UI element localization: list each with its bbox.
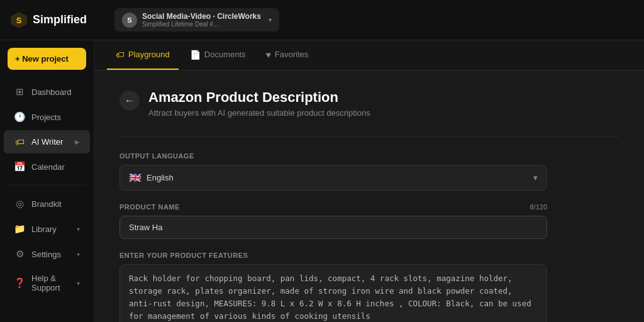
back-header: ← Amazon Product Description Attract buy… — [119, 89, 619, 118]
settings-icon: ⚙ — [14, 248, 25, 260]
sidebar-item-dashboard-label: Dashboard — [31, 87, 72, 97]
sidebar-item-settings-label: Settings — [31, 250, 61, 259]
language-value: English — [147, 173, 528, 182]
workspace-chevron-icon: ▾ — [269, 16, 272, 23]
back-icon: ← — [125, 95, 135, 106]
dashboard-icon: ⊞ — [14, 86, 25, 97]
tab-favorites[interactable]: ♥ Favorites — [257, 40, 318, 70]
sidebar-item-calendar-label: Calendar — [31, 162, 65, 172]
sidebar-item-projects-label: Projects — [31, 113, 61, 122]
svg-text:S: S — [16, 16, 22, 25]
sidebar-item-dashboard[interactable]: ⊞ Dashboard — [4, 80, 90, 104]
page-title-block: Amazon Product Description Attract buyer… — [148, 89, 370, 118]
documents-tab-icon: 📄 — [190, 50, 201, 60]
documents-tab-label: Documents — [204, 50, 246, 59]
favorites-tab-label: Favorites — [275, 50, 308, 59]
sidebar-item-brandkit[interactable]: ◎ Brandkit — [4, 192, 90, 216]
sidebar-item-ai-writer[interactable]: 🏷 AI Writer ▶ — [4, 130, 90, 153]
page-title: Amazon Product Description — [148, 89, 370, 106]
logo-text: Simplified — [33, 13, 87, 26]
product-name-char-count: 8/120 — [530, 203, 547, 211]
playground-tab-label: Playground — [128, 50, 170, 59]
top-bar: S Simplified S Social Media-Video · Circ… — [0, 0, 644, 40]
sidebar-nav: ⊞ Dashboard 🕐 Projects 🏷 AI Writer ▶ 📅 C… — [0, 80, 94, 314]
sidebar-item-help-label: Help & Support — [31, 274, 70, 292]
library-icon: 📁 — [14, 223, 25, 235]
output-language-label: OUTPUT LANGUAGE — [119, 152, 547, 160]
help-icon: ❓ — [14, 277, 25, 289]
ai-writer-chevron-icon: ▶ — [75, 138, 80, 145]
product-features-textarea[interactable]: Rack holder for chopping board, pan lids… — [119, 264, 547, 322]
page-content: ← Amazon Product Description Attract buy… — [94, 70, 644, 322]
back-button[interactable]: ← — [119, 91, 140, 111]
workspace-name: Social Media-Video · CircleWorks — [142, 12, 261, 21]
product-features-label: ENTER YOUR PRODUCT FEATURES — [119, 252, 547, 259]
product-name-input[interactable] — [119, 216, 547, 239]
tab-bar: 🏷 Playground 📄 Documents ♥ Favorites — [94, 40, 644, 70]
sidebar-item-help[interactable]: ❓ Help & Support ▾ — [4, 267, 90, 299]
main-layout: + New project ⊞ Dashboard 🕐 Projects 🏷 A… — [0, 40, 644, 322]
workspace-info: Social Media-Video · CircleWorks Simplif… — [142, 12, 261, 28]
sidebar-item-brandkit-label: Brandkit — [31, 199, 62, 209]
sidebar: + New project ⊞ Dashboard 🕐 Projects 🏷 A… — [0, 40, 94, 322]
sidebar-item-library-label: Library — [31, 225, 57, 234]
sidebar-divider — [8, 185, 86, 186]
playground-tab-icon: 🏷 — [116, 50, 125, 60]
workspace-sub: Simplified Lifetime Deal #... — [142, 21, 261, 28]
sidebar-item-ai-writer-label: AI Writer — [31, 137, 63, 147]
workspace-selector[interactable]: S Social Media-Video · CircleWorks Simpl… — [114, 8, 279, 31]
settings-chevron-icon: ▾ — [77, 251, 80, 258]
logo-icon: S — [10, 11, 28, 29]
language-chevron-icon: ▾ — [533, 173, 538, 182]
projects-icon: 🕐 — [14, 111, 25, 123]
sidebar-item-library[interactable]: 📁 Library ▾ — [4, 217, 90, 241]
help-chevron-icon: ▾ — [77, 280, 80, 287]
product-name-label-row: PRODUCT NAME 8/120 — [119, 203, 547, 211]
favorites-tab-icon: ♥ — [266, 50, 271, 60]
language-select[interactable]: 🇬🇧 English ▾ — [119, 165, 547, 191]
workspace-avatar: S — [122, 13, 137, 28]
tab-documents[interactable]: 📄 Documents — [181, 40, 255, 70]
library-chevron-icon: ▾ — [77, 226, 80, 233]
page-subtitle: Attract buyers with AI generated suitabl… — [148, 108, 370, 118]
separator — [119, 136, 619, 137]
product-name-label: PRODUCT NAME — [119, 203, 180, 211]
new-project-button[interactable]: + New project — [8, 48, 86, 70]
form-section: OUTPUT LANGUAGE 🇬🇧 English ▾ PRODUCT NAM… — [119, 152, 547, 322]
sidebar-item-calendar[interactable]: 📅 Calendar — [4, 155, 90, 179]
tab-playground[interactable]: 🏷 Playground — [107, 40, 179, 70]
sidebar-item-settings[interactable]: ⚙ Settings ▾ — [4, 242, 90, 266]
brandkit-icon: ◎ — [14, 198, 25, 209]
logo-area: S Simplified — [10, 11, 104, 29]
ai-writer-icon: 🏷 — [14, 136, 25, 147]
content-area: 🏷 Playground 📄 Documents ♥ Favorites ← A… — [94, 40, 644, 322]
sidebar-item-projects[interactable]: 🕐 Projects — [4, 105, 90, 129]
language-flag: 🇬🇧 — [129, 172, 142, 184]
calendar-icon: 📅 — [14, 161, 25, 172]
